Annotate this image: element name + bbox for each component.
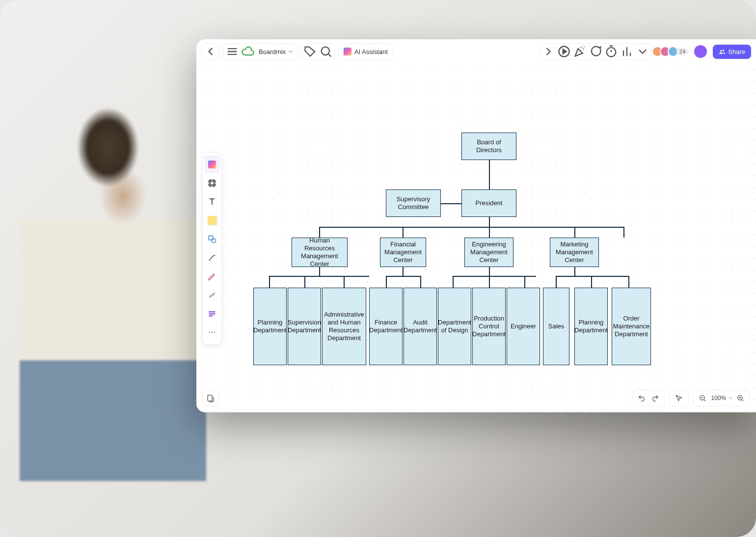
- cloud-sync-icon[interactable]: [241, 45, 255, 58]
- connector: [556, 276, 629, 277]
- connector: [574, 267, 575, 276]
- org-label: Audit Department: [404, 319, 437, 335]
- org-label: Marketing Management Center: [554, 241, 594, 265]
- svg-marker-6: [563, 49, 567, 54]
- connector: [453, 276, 536, 277]
- org-label: Department of Design: [438, 319, 471, 335]
- connector: [524, 276, 525, 288]
- org-label: President: [476, 199, 503, 207]
- share-label: Share: [728, 48, 745, 55]
- menu-button[interactable]: [225, 45, 239, 58]
- org-node-marketing-center[interactable]: Marketing Management Center: [550, 238, 599, 267]
- org-node-admin-hr[interactable]: Administrative and Human Resources Depar…: [322, 288, 366, 365]
- org-node-order[interactable]: Order Maintenance Department: [612, 288, 651, 365]
- org-node-planning2[interactable]: Planning Department: [574, 288, 608, 365]
- org-label: Supervisory Committee: [390, 195, 436, 212]
- connector: [344, 276, 345, 288]
- connector: [591, 276, 592, 288]
- timer-button[interactable]: [604, 45, 618, 58]
- connector: [269, 276, 270, 288]
- connector: [420, 276, 421, 288]
- connector: [269, 276, 369, 277]
- ai-logo-icon: [344, 48, 351, 55]
- avatar-count: 24: [676, 48, 688, 55]
- org-node-planning[interactable]: Planning Department: [253, 288, 287, 365]
- connector: [403, 227, 404, 238]
- svg-point-3: [322, 47, 329, 55]
- zoom-out-button[interactable]: [696, 392, 709, 404]
- ai-assistant-button[interactable]: AI Assistant: [338, 43, 393, 60]
- cursor-button[interactable]: [673, 392, 685, 404]
- connector: [304, 276, 305, 288]
- connector: [319, 267, 320, 276]
- pages-icon: [206, 394, 215, 403]
- zoom-level[interactable]: 100%: [710, 395, 727, 402]
- top-toolbar: Boardmix AI Assistant: [196, 39, 756, 64]
- collaborator-avatars[interactable]: 24: [655, 46, 688, 57]
- connector: [489, 217, 490, 227]
- present-button[interactable]: [557, 45, 571, 58]
- expand-button[interactable]: [541, 45, 555, 58]
- org-node-engineering-center[interactable]: Engineering Management Center: [464, 238, 513, 267]
- zoom-in-button[interactable]: [734, 392, 747, 404]
- connector: [623, 227, 624, 238]
- connector: [489, 276, 490, 288]
- pages-button[interactable]: [202, 390, 219, 406]
- svg-line-31: [704, 400, 705, 401]
- share-icon: [719, 48, 726, 55]
- org-node-audit[interactable]: Audit Department: [404, 288, 437, 365]
- org-node-financial-center[interactable]: Financial Management Center: [380, 238, 426, 267]
- canvas[interactable]: Board of Directors Supervisory Committee…: [196, 64, 756, 412]
- org-node-board[interactable]: Board of Directors: [461, 133, 516, 160]
- presenter-person: [20, 79, 206, 481]
- chart-button[interactable]: [620, 45, 634, 58]
- user-avatar[interactable]: [694, 45, 707, 58]
- org-chart: Board of Directors Supervisory Committee…: [196, 64, 756, 412]
- org-label: Engineer: [511, 322, 536, 330]
- connector: [403, 267, 404, 276]
- org-node-finance[interactable]: Finance Department: [369, 288, 403, 365]
- connector: [453, 276, 454, 288]
- org-label: Order Maintenance Department: [613, 315, 649, 339]
- tag-button[interactable]: [303, 45, 317, 58]
- connector: [489, 227, 490, 238]
- share-button[interactable]: Share: [713, 45, 751, 59]
- undo-button[interactable]: [635, 392, 648, 404]
- org-label: Planning Department: [574, 319, 608, 335]
- connector: [556, 276, 557, 288]
- back-button[interactable]: [204, 45, 217, 58]
- connector: [319, 227, 623, 228]
- document-title[interactable]: Boardmix: [257, 48, 296, 55]
- more-tools-button[interactable]: [636, 45, 649, 58]
- org-label: Financial Management Center: [384, 241, 422, 265]
- svg-line-35: [742, 400, 743, 401]
- search-button[interactable]: [319, 45, 333, 58]
- celebrate-button[interactable]: [573, 45, 587, 58]
- org-node-supervisory[interactable]: Supervisory Committee: [386, 189, 441, 217]
- org-node-design[interactable]: Department of Design: [438, 288, 471, 365]
- org-node-president[interactable]: President: [461, 189, 516, 217]
- svg-rect-28: [208, 395, 212, 401]
- org-label: Planning Department: [253, 319, 287, 335]
- comment-button[interactable]: [589, 45, 602, 58]
- org-label: Administrative and Human Resources Depar…: [324, 311, 364, 343]
- svg-line-4: [328, 54, 331, 56]
- chevron-down-icon: [288, 49, 294, 54]
- connector: [574, 227, 575, 238]
- org-node-supervision[interactable]: Supervision Department: [288, 288, 321, 365]
- org-label: Sales: [548, 322, 565, 330]
- org-node-engineer[interactable]: Engineer: [507, 288, 540, 365]
- document-title-text: Boardmix: [259, 48, 286, 55]
- bottom-right-controls: 100%: [632, 390, 750, 406]
- app-window: Boardmix AI Assistant: [196, 39, 756, 412]
- org-node-production[interactable]: Production Control Department: [472, 288, 506, 365]
- connector: [386, 276, 387, 288]
- ai-assistant-label: AI Assistant: [354, 48, 388, 55]
- connector: [441, 203, 461, 204]
- org-label: Supervision Department: [288, 319, 321, 335]
- connector: [489, 267, 490, 276]
- org-node-sales[interactable]: Sales: [543, 288, 569, 365]
- org-label: Production Control Department: [472, 315, 506, 339]
- org-node-hr-center[interactable]: Human Resources Management Center: [292, 238, 348, 267]
- redo-button[interactable]: [649, 392, 662, 404]
